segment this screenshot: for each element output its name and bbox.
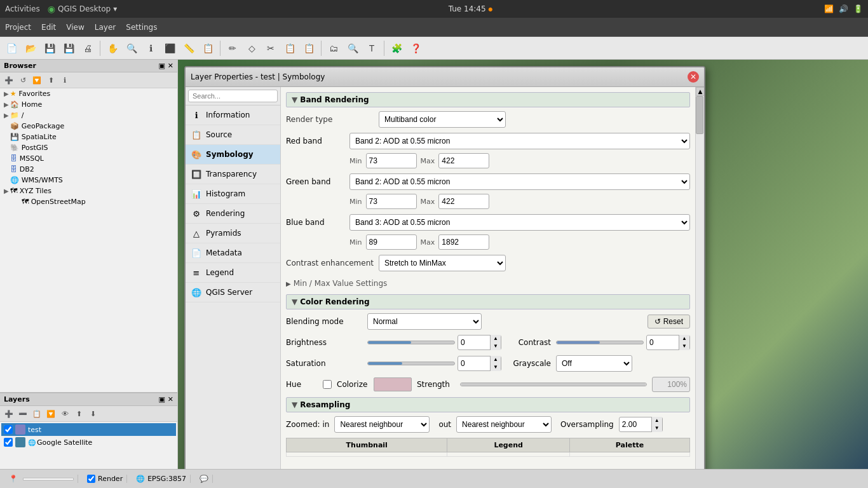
zoomed-out-select[interactable]: Nearest neighbour Bilinear Cubic (456, 416, 552, 433)
saturation-up-btn[interactable]: ▲ (491, 356, 501, 363)
layers-up-btn[interactable]: ⬆ (72, 407, 85, 420)
browser-filter-btn[interactable]: 🔽 (31, 74, 43, 86)
open-project-button[interactable]: 📂 (22, 39, 39, 57)
cut-button[interactable]: ✂ (262, 39, 280, 57)
render-checkbox[interactable] (87, 475, 95, 483)
layers-eye-btn[interactable]: 👁 (58, 407, 71, 420)
view-menu[interactable]: View (66, 23, 84, 32)
edit-menu[interactable]: Edit (41, 23, 56, 32)
measure-button[interactable]: 📏 (180, 39, 198, 57)
browser-item-spatialite[interactable]: ▶💾SpatiaLite (0, 132, 177, 142)
brightness-input[interactable] (458, 338, 490, 347)
paste-button[interactable]: 📋 (300, 39, 318, 57)
project-menu[interactable]: Project (5, 23, 31, 32)
color-rendering-section-header[interactable]: ▼ Color Rendering (286, 294, 690, 309)
green-min-input[interactable] (366, 194, 417, 209)
status-epsg[interactable]: 🌐 EPSG:3857 (132, 475, 191, 483)
browser-item-favorites[interactable]: ▶★Favorites (0, 88, 177, 99)
blue-max-input[interactable] (438, 234, 489, 250)
blue-band-select[interactable]: Band 3: AOD at 0.55 micron (349, 214, 690, 231)
blending-mode-select[interactable]: Normal (367, 313, 482, 330)
layer-menu[interactable]: Layer (95, 23, 116, 32)
green-band-select[interactable]: Band 2: AOD at 0.55 micron (349, 173, 690, 190)
colorize-checkbox[interactable] (323, 380, 332, 389)
nav-legend[interactable]: ≡ Legend (186, 263, 280, 283)
resampling-section-header[interactable]: ▼ Resampling (286, 397, 690, 412)
minmax-settings-toggle[interactable]: ▶ Min / Max Value Settings (286, 276, 690, 290)
print-button[interactable]: 🖨 (79, 39, 97, 57)
dialog-search-input[interactable] (188, 90, 278, 102)
colorize-swatch[interactable] (374, 377, 412, 391)
browser-properties-btn[interactable]: ℹ (58, 74, 71, 86)
nav-symbology[interactable]: 🎨 Symbology (186, 145, 280, 165)
oversampling-down-btn[interactable]: ▼ (652, 424, 662, 432)
settings-menu[interactable]: Settings (126, 23, 157, 32)
pan-button[interactable]: ✋ (104, 39, 121, 57)
node-button[interactable]: ◇ (243, 39, 261, 57)
new-project-button[interactable]: 📄 (3, 39, 20, 57)
help-toolbar-button[interactable]: ❓ (407, 39, 424, 57)
browser-item-db2[interactable]: ▶🗄DB2 (0, 164, 177, 175)
scrollbar-up-button[interactable]: ▲ (696, 87, 704, 96)
scrollbar-track[interactable] (696, 96, 704, 469)
layers-filter-btn[interactable]: 🔽 (44, 407, 57, 420)
attribute-button[interactable]: 📋 (199, 39, 217, 57)
browser-item-postgis[interactable]: ▶🐘PostGIS (0, 142, 177, 153)
browser-collapse-btn[interactable]: ⬆ (44, 74, 57, 86)
layers-open-attr-btn[interactable]: 📋 (31, 407, 43, 420)
activities-label[interactable]: Activities (5, 4, 40, 13)
render-type-select[interactable]: Multiband color (379, 111, 506, 128)
label-button[interactable]: T (363, 39, 381, 57)
layer-test[interactable]: test (1, 423, 176, 436)
dialog-close-button[interactable]: ✕ (688, 71, 699, 83)
zoom-in-button[interactable]: 🔍 (123, 39, 140, 57)
identify-button[interactable]: ℹ (142, 39, 159, 57)
oversampling-input[interactable] (620, 420, 651, 429)
nav-histogram[interactable]: 📊 Histogram (186, 184, 280, 204)
nav-transparency[interactable]: 🔲 Transparency (186, 165, 280, 184)
zoomed-in-select[interactable]: Nearest neighbour Bilinear Cubic (334, 416, 430, 433)
oversampling-up-btn[interactable]: ▲ (652, 417, 662, 424)
brightness-down-btn[interactable]: ▼ (491, 342, 501, 350)
layers-remove-btn[interactable]: ➖ (17, 407, 29, 420)
save-project-button[interactable]: 💾 (41, 39, 58, 57)
contrast-input[interactable] (647, 338, 679, 347)
layer-test-checkbox[interactable] (4, 425, 13, 434)
layers-down-btn[interactable]: ⬇ (86, 407, 99, 420)
saturation-down-btn[interactable]: ▼ (491, 363, 501, 371)
layer-google-checkbox[interactable] (4, 438, 13, 447)
nav-source[interactable]: 📋 Source (186, 125, 280, 145)
plugins-button[interactable]: 🧩 (388, 39, 405, 57)
save-as-button[interactable]: 💾 (60, 39, 78, 57)
reset-button[interactable]: ↺ Reset (648, 315, 690, 329)
contrast-enhancement-select[interactable]: Stretch to MinMax (379, 255, 506, 271)
browser-item-xyztiles[interactable]: ▶🗺XYZ Tiles (0, 186, 177, 196)
blue-min-input[interactable] (366, 234, 417, 250)
contrast-down-btn[interactable]: ▼ (679, 342, 689, 350)
band-rendering-section-header[interactable]: ▼ Band Rendering (286, 92, 690, 107)
browser-item-mssql[interactable]: ▶🗄MSSQL (0, 153, 177, 164)
search-button[interactable]: 🔍 (344, 39, 362, 57)
grayscale-select[interactable]: Off By lightness By luminosity By averag… (556, 355, 632, 372)
brightness-up-btn[interactable]: ▲ (491, 335, 501, 342)
digitize-button[interactable]: ✏ (224, 39, 241, 57)
nav-qgis-server[interactable]: 🌐 QGIS Server (186, 283, 280, 302)
browser-refresh-btn[interactable]: ↺ (17, 74, 29, 86)
scrollbar-thumb[interactable] (696, 96, 703, 134)
scale-input[interactable] (23, 478, 74, 480)
red-min-input[interactable] (366, 153, 417, 168)
copy-button[interactable]: 📋 (281, 39, 299, 57)
layers-add-btn[interactable]: ➕ (3, 407, 15, 420)
strength-slider[interactable] (460, 383, 647, 386)
nav-rendering[interactable]: ⚙ Rendering (186, 204, 280, 224)
green-max-input[interactable] (438, 194, 489, 209)
browser-add-btn[interactable]: ➕ (3, 74, 15, 86)
browser-item-home[interactable]: ▶🏠Home (0, 99, 177, 110)
nav-metadata[interactable]: 📄 Metadata (186, 243, 280, 263)
contrast-up-btn[interactable]: ▲ (679, 335, 689, 342)
saturation-input[interactable] (458, 359, 490, 368)
nav-information[interactable]: ℹ Information (186, 105, 280, 125)
select-button[interactable]: ⬛ (161, 39, 179, 57)
browser-item-osm[interactable]: ▶🗺OpenStreetMap (0, 196, 177, 207)
map-area[interactable]: Layer Properties - test | Symbology ✕ ℹ … (178, 60, 868, 469)
